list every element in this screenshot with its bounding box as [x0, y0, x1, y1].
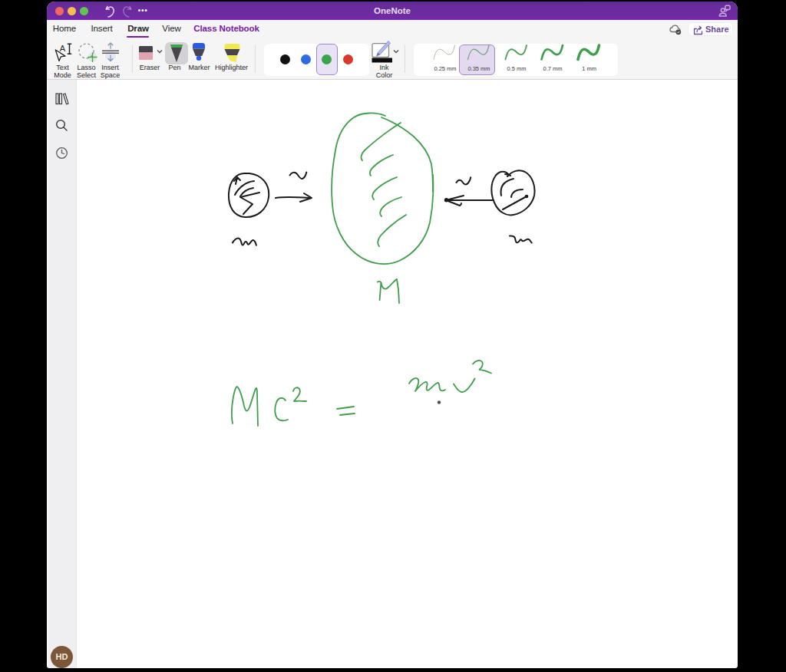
svg-text:A: A: [60, 44, 66, 53]
